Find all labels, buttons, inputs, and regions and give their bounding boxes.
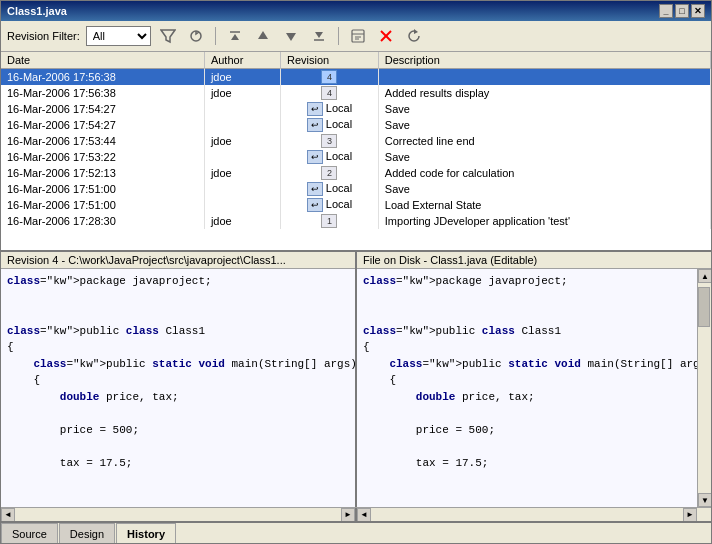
cell-date: 16-Mar-2006 17:28:30 <box>1 213 204 229</box>
bottom-tabs: Source Design History <box>1 521 711 543</box>
col-description: Description <box>378 52 710 69</box>
code-line <box>7 290 349 307</box>
revision-icon: 1 <box>321 214 337 228</box>
code-line: class="kw">public class Class1 <box>7 323 349 340</box>
table-header-row: Date Author Revision Description <box>1 52 711 69</box>
left-code-panel: Revision 4 - C:\work\JavaProject\src\jav… <box>1 252 357 507</box>
cell-author: jdoe <box>204 165 280 181</box>
table-row[interactable]: 16-Mar-2006 17:56:38jdoe4Added results d… <box>1 85 711 101</box>
tab-history[interactable]: History <box>116 523 176 543</box>
filter-icon <box>160 28 176 44</box>
cell-revision: 2 <box>281 165 379 181</box>
code-line: double price, tax; <box>7 389 349 406</box>
cell-author: jdoe <box>204 133 280 149</box>
table-row[interactable]: 16-Mar-2006 17:53:44jdoe3Corrected line … <box>1 133 711 149</box>
scroll-track <box>698 283 711 493</box>
edit-btn[interactable] <box>347 25 369 47</box>
filter-icon-btn[interactable] <box>157 25 179 47</box>
cell-revision: 4 <box>281 69 379 86</box>
table-row[interactable]: 16-Mar-2006 17:51:00↩ LocalLoad External… <box>1 197 711 213</box>
table-row[interactable]: 16-Mar-2006 17:54:27↩ LocalSave <box>1 117 711 133</box>
cell-author <box>204 149 280 165</box>
down-btn[interactable] <box>280 25 302 47</box>
cell-author <box>204 101 280 117</box>
svg-marker-5 <box>286 33 296 41</box>
cell-description: Corrected line end <box>378 133 710 149</box>
cell-description: Load External State <box>378 197 710 213</box>
scroll-up-btn[interactable]: ▲ <box>698 269 711 283</box>
scroll-thumb[interactable] <box>698 287 710 327</box>
table-body: 16-Mar-2006 17:56:38jdoe416-Mar-2006 17:… <box>1 69 711 230</box>
filter-select[interactable]: All Local Remote <box>86 26 151 46</box>
cell-revision: ↩ Local <box>281 181 379 197</box>
reload-icon <box>406 28 422 44</box>
table-row[interactable]: 16-Mar-2006 17:54:27↩ LocalSave <box>1 101 711 117</box>
cell-description: Save <box>378 181 710 197</box>
cell-description: Save <box>378 149 710 165</box>
cell-date: 16-Mar-2006 17:51:00 <box>1 197 204 213</box>
table-row[interactable]: 16-Mar-2006 17:53:22↩ LocalSave <box>1 149 711 165</box>
left-panel-wrapper: class="kw">package javaproject; class="k… <box>1 269 355 507</box>
code-line: price = 500; <box>7 422 349 439</box>
table-row[interactable]: 16-Mar-2006 17:52:13jdoe2Added code for … <box>1 165 711 181</box>
cell-description: Added results display <box>378 85 710 101</box>
cell-date: 16-Mar-2006 17:51:00 <box>1 181 204 197</box>
cell-author: jdoe <box>204 85 280 101</box>
cell-revision: ↩ Local <box>281 117 379 133</box>
reload-btn[interactable] <box>403 25 425 47</box>
cell-date: 16-Mar-2006 17:54:27 <box>1 101 204 117</box>
cell-description: Importing JDeveloper application 'test' <box>378 213 710 229</box>
tab-design[interactable]: Design <box>59 523 115 543</box>
code-line <box>363 438 691 455</box>
tab-design-label: Design <box>70 528 104 540</box>
cell-description: Save <box>378 101 710 117</box>
main-window: Class1.java _ □ ✕ Revision Filter: All L… <box>0 0 712 544</box>
refresh-btn[interactable] <box>185 25 207 47</box>
cell-date: 16-Mar-2006 17:56:38 <box>1 69 204 86</box>
cell-revision: ↩ Local <box>281 101 379 117</box>
table-row[interactable]: 16-Mar-2006 17:51:00↩ LocalSave <box>1 181 711 197</box>
cell-author <box>204 117 280 133</box>
toolbar: Revision Filter: All Local Remote <box>1 21 711 52</box>
svg-marker-0 <box>161 30 175 42</box>
code-panels: Revision 4 - C:\work\JavaProject\src\jav… <box>1 252 711 507</box>
right-scrollbar-v[interactable]: ▲ ▼ <box>697 269 711 507</box>
revision-icon: 4 <box>321 86 337 100</box>
code-line: { <box>363 372 691 389</box>
svg-marker-14 <box>414 29 418 34</box>
code-line: { <box>363 339 691 356</box>
local-revision-icon: ↩ <box>307 102 323 116</box>
down-last-icon <box>312 29 326 43</box>
left-code-content[interactable]: class="kw">package javaproject; class="k… <box>1 269 355 507</box>
close-button[interactable]: ✕ <box>691 4 705 18</box>
up-first-btn[interactable] <box>224 25 246 47</box>
col-author: Author <box>204 52 280 69</box>
code-line: tax = 17.5; <box>7 455 349 472</box>
cell-author <box>204 181 280 197</box>
code-line: class="kw">public static void main(Strin… <box>363 356 691 373</box>
right-code-content[interactable]: class="kw">package javaproject; class="k… <box>357 269 697 507</box>
table-row[interactable]: 16-Mar-2006 17:28:30jdoe1Importing JDeve… <box>1 213 711 229</box>
right-hscroll-right-btn[interactable]: ► <box>683 508 697 522</box>
right-hscroll-left-btn[interactable]: ◄ <box>357 508 371 522</box>
revision-icon: 4 <box>321 70 337 84</box>
up-icon <box>256 29 270 43</box>
minimize-button[interactable]: _ <box>659 4 673 18</box>
left-panel-header: Revision 4 - C:\work\JavaProject\src\jav… <box>1 252 355 269</box>
tab-source[interactable]: Source <box>1 523 58 543</box>
left-hscroll-right-btn[interactable]: ► <box>341 508 355 522</box>
svg-marker-3 <box>231 34 239 40</box>
col-date: Date <box>1 52 204 69</box>
title-bar: Class1.java _ □ ✕ <box>1 1 711 21</box>
down-last-btn[interactable] <box>308 25 330 47</box>
up-btn[interactable] <box>252 25 274 47</box>
scroll-down-btn[interactable]: ▼ <box>698 493 711 507</box>
cell-author: jdoe <box>204 213 280 229</box>
delete-icon <box>378 28 394 44</box>
code-line: { <box>7 339 349 356</box>
delete-btn[interactable] <box>375 25 397 47</box>
maximize-button[interactable]: □ <box>675 4 689 18</box>
table-row[interactable]: 16-Mar-2006 17:56:38jdoe4 <box>1 69 711 86</box>
local-revision-icon: ↩ <box>307 118 323 132</box>
left-hscroll-left-btn[interactable]: ◄ <box>1 508 15 522</box>
